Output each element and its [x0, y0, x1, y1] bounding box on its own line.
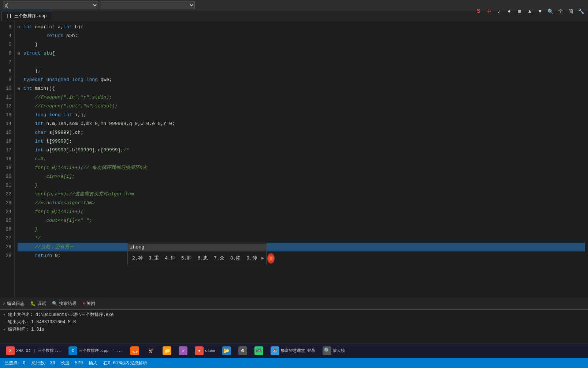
magnifier-icon: 🔍	[323, 346, 331, 355]
close-btn[interactable]: ✖ 关闭	[82, 301, 95, 307]
selected-status[interactable]: 已选择: 0	[4, 360, 26, 366]
code-line-19[interactable]: for(i=0;i<n;i++){// 每次循环我都习惯循环n次	[18, 163, 585, 172]
autocomplete-input[interactable]	[128, 244, 266, 251]
line-numbers: 3456789101112131415161718192021222324252…	[0, 21, 15, 298]
code-line-21[interactable]: }	[18, 181, 585, 190]
editor-area[interactable]: 3456789101112131415161718192021222324252…	[0, 21, 588, 298]
tab-label: [] 三个数排序.cpp	[6, 14, 46, 19]
ac-option-5[interactable]: 7.众	[212, 254, 226, 263]
ac-option-7[interactable]: 9.仲	[245, 254, 258, 263]
taskbar-eagle[interactable]: 🦅	[144, 346, 158, 356]
s-icon[interactable]: S	[475, 7, 483, 15]
xha-label: XHA OJ | 三个数排...	[16, 348, 61, 353]
simple-label[interactable]: 简	[567, 7, 575, 15]
code-line-16[interactable]: int t[99999];	[18, 137, 585, 146]
cpp-icon: C	[68, 346, 77, 355]
compile-log-btn[interactable]: ✓ 编译日志	[3, 301, 25, 307]
code-line-7[interactable]	[18, 58, 585, 67]
top-select-2[interactable]	[100, 1, 195, 9]
code-line-15[interactable]: char s[99999],ch;	[18, 128, 585, 137]
heart-icon[interactable]: ♥	[536, 7, 544, 15]
code-line-18[interactable]: n=3;	[18, 155, 585, 163]
code-line-17[interactable]: int a[99999],b[99999],c[99999];/*	[18, 146, 585, 155]
classroom-icon: 📚	[271, 346, 279, 355]
code-line-24[interactable]: for(i=0;i<n;i++){	[18, 207, 585, 216]
code-line-3[interactable]: ⊟int cmp(int a,int b){	[18, 23, 585, 32]
full-label[interactable]: 全	[557, 7, 565, 15]
record-icon[interactable]: ●	[505, 7, 513, 15]
total-lines-status: 总行数: 30	[31, 360, 55, 366]
zh-icon[interactable]: 中	[485, 7, 493, 15]
code-line-28[interactable]: //当然，还有另一2.种3.重4.钟5.肿6.忠7.众8.终9.仲▶	[18, 243, 585, 251]
taskbar-game[interactable]: 🎮	[252, 346, 266, 356]
code-line-5[interactable]: }	[18, 40, 585, 49]
taskbar-xha[interactable]: X XHA OJ | 三个数排...	[3, 346, 64, 356]
length-status: 长度: 579	[61, 360, 83, 366]
code-line-25[interactable]: cout<<a[i]<<" ";	[18, 216, 585, 225]
taskbar-magnifier[interactable]: 🔍 放大镜	[320, 346, 348, 356]
autocomplete-options: 2.种3.重4.钟5.肿6.忠7.众8.终9.仲▶	[128, 252, 266, 265]
search-icon[interactable]: 🔍	[546, 7, 554, 15]
music2-icon: ♪	[179, 346, 187, 355]
close-label: 关闭	[86, 301, 95, 307]
classroom-label: 畅富智慧课堂-登录	[281, 348, 316, 353]
right-toolbar: S 中 ♪ ● ⊞ ▲ ♥ 🔍 全 简 🔧	[475, 7, 585, 15]
search-results-label: 搜索结果	[59, 301, 77, 307]
code-line-27[interactable]: */	[18, 234, 585, 243]
output-line: - 输出文件名: d:\Documents\比赛\三个数排序.exe	[3, 311, 585, 319]
code-line-29[interactable]: return 0;	[18, 251, 585, 260]
output-line: - 编译时间: 1.31s	[3, 326, 585, 333]
top-bar: s) S 中 ♪ ● ⊞ ▲ ♥ 🔍 全 简 🔧	[0, 0, 588, 10]
taskbar-ocam[interactable]: ● ocam	[192, 346, 217, 356]
grid-icon[interactable]: ⊞	[516, 7, 524, 15]
code-line-13[interactable]: long long int i,j;	[18, 111, 585, 119]
ocam-icon: ●	[195, 346, 204, 355]
taskbar-explorer[interactable]: 📂	[219, 346, 234, 356]
code-line-6[interactable]: ⊟struct stu{	[18, 49, 585, 58]
taskbar-classroom[interactable]: 📚 畅富智慧课堂-登录	[268, 346, 319, 356]
code-line-20[interactable]: cin>>a[i];	[18, 172, 585, 181]
code-line-10[interactable]: ⊟int main(){	[18, 84, 585, 93]
active-tab[interactable]: [] 三个数排序.cpp	[1, 11, 51, 21]
fold-icon-10[interactable]: ⊟	[18, 84, 22, 93]
ac-arrow-right[interactable]: ▶	[261, 254, 264, 263]
search-results-btn[interactable]: 🔍 搜索结果	[52, 301, 77, 307]
parse-time-status: 在0.016秒内完成解析	[103, 360, 147, 366]
music-icon[interactable]: ♪	[495, 7, 503, 15]
code-line-11[interactable]: //freopen(".in","r",stdin);	[18, 93, 585, 102]
code-line-23[interactable]: //#include<algorithm>	[18, 199, 585, 207]
settings-icon[interactable]: 🔧	[577, 7, 585, 15]
ac-option-0[interactable]: 2.种	[131, 254, 144, 263]
taskbar-firefox[interactable]: 🦊	[127, 346, 142, 356]
ac-option-6[interactable]: 8.终	[229, 254, 242, 263]
editor-container: 3456789101112131415161718192021222324252…	[0, 21, 588, 298]
taskbar-cpp[interactable]: C 三个数排序.cpp - ...	[66, 346, 126, 356]
taskbar-music[interactable]: ♪	[176, 346, 190, 356]
fold-icon-6[interactable]: ⊟	[18, 49, 22, 58]
taskbar-folder[interactable]: 📁	[160, 346, 174, 356]
top-select-1[interactable]: s)	[3, 1, 98, 9]
code-line-22[interactable]: sort(a,a+n);//这里需要头文件algorithm	[18, 190, 585, 199]
compile-log-label: 编译日志	[7, 301, 25, 307]
taskbar-gear[interactable]: ⚙	[235, 346, 250, 356]
debug-btn[interactable]: 🐛 调试	[30, 301, 46, 307]
ac-option-3[interactable]: 5.肿	[180, 254, 193, 263]
eagle-icon: 🦅	[146, 346, 155, 355]
ocam-label: ocam	[205, 349, 215, 353]
code-content[interactable]: ⊟int cmp(int a,int b){ return a>b; }⊟str…	[15, 21, 588, 298]
code-line-9[interactable]: typedef unsigned long long qwe;	[18, 76, 585, 84]
code-line-26[interactable]: }	[18, 225, 585, 234]
code-line-14[interactable]: int n,m,len,som=0,mx=0,mn=999999,q=0,w=0…	[18, 119, 585, 128]
game-icon: 🎮	[254, 346, 263, 355]
upload-icon[interactable]: ▲	[526, 7, 534, 15]
code-line-8[interactable]: };	[18, 67, 585, 76]
autocomplete-popup: 2.种3.重4.钟5.肿6.忠7.众8.终9.仲▶	[127, 243, 267, 265]
code-line-12[interactable]: //freopen(".out","w",stdout);	[18, 102, 585, 111]
code-line-4[interactable]: return a>b;	[18, 32, 585, 40]
fold-icon-3[interactable]: ⊟	[18, 23, 22, 32]
bottom-toolbar: ✓ 编译日志 🐛 调试 🔍 搜索结果 ✖ 关闭	[0, 298, 588, 309]
ac-option-2[interactable]: 4.钟	[163, 254, 177, 263]
ac-option-4[interactable]: 6.忠	[196, 254, 209, 263]
mode-status: 插入	[89, 360, 97, 366]
ac-option-1[interactable]: 3.重	[147, 254, 161, 263]
